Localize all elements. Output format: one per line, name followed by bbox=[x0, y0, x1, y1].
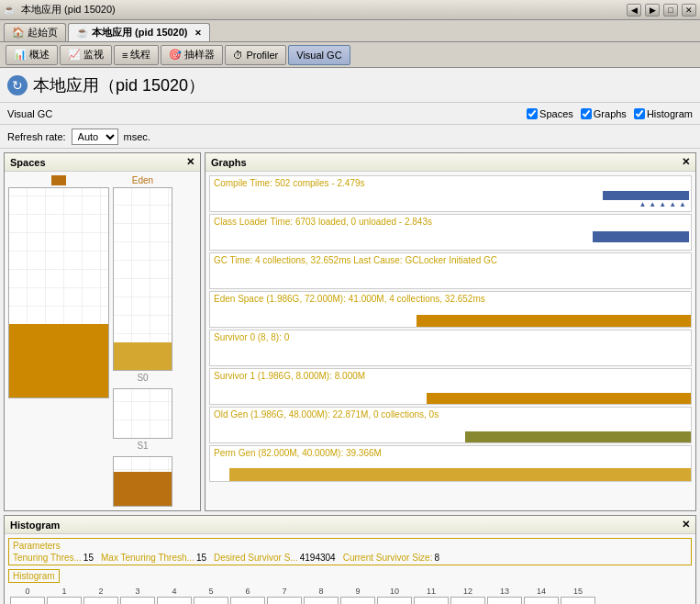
hist-col-9: 9 bbox=[340, 587, 375, 604]
main-content: Spaces ✕ Old Eden bbox=[0, 149, 700, 604]
minimize-button[interactable]: ◀ bbox=[627, 4, 641, 17]
hist-label-0: 0 bbox=[25, 587, 29, 596]
hist-box-2 bbox=[83, 597, 118, 604]
gctime-bar-area bbox=[210, 268, 691, 288]
graphs-panel-header: Graphs ✕ bbox=[206, 153, 695, 172]
spaces-checkbox[interactable] bbox=[527, 108, 538, 119]
param-desired-survivor: Desired Survivor S... 4194304 bbox=[214, 553, 336, 563]
eden-space-box bbox=[113, 187, 172, 371]
top-panels: Spaces ✕ Old Eden bbox=[4, 152, 696, 511]
params-title: Parameters bbox=[13, 541, 687, 551]
oldgen-bar bbox=[465, 431, 691, 442]
toolbar-sampler[interactable]: 🎯 抽样器 bbox=[161, 45, 223, 65]
s0-space-column: S0 bbox=[113, 373, 172, 439]
oldgen-label: Old Gen (1.986G, 48.000M): 22.871M, 0 co… bbox=[214, 409, 439, 419]
spaces-title: Spaces bbox=[10, 157, 46, 168]
classloader-bar bbox=[593, 231, 689, 242]
old-fill bbox=[9, 324, 108, 397]
hist-col-3: 3 bbox=[120, 587, 155, 604]
param-max-tenuring: Max Tenuring Thresh... 15 bbox=[101, 553, 206, 563]
hist-col-15: 15 bbox=[561, 587, 595, 604]
histogram-bars: 0123456789101112131415 bbox=[8, 585, 692, 604]
hist-col-11: 11 bbox=[414, 587, 449, 604]
hist-box-6 bbox=[230, 597, 265, 604]
s1-fill bbox=[114, 472, 172, 506]
threads-icon: ≡ bbox=[122, 50, 128, 61]
param-tenuring: Tenuring Thres... 15 bbox=[13, 553, 94, 563]
eden-fill bbox=[114, 342, 172, 370]
old-column: Old bbox=[8, 175, 109, 507]
toolbar-profiler[interactable]: ⏱ Profiler bbox=[225, 45, 286, 65]
graphs-checkbox-label[interactable]: Graphs bbox=[581, 108, 627, 119]
tab-app[interactable]: ☕ 本地应用 (pid 15020) ✕ bbox=[68, 23, 210, 41]
hist-box-11 bbox=[414, 597, 449, 604]
histogram-title-label: Histogram bbox=[10, 520, 60, 531]
permgen-bar bbox=[229, 468, 691, 481]
graph-row-permgen: Perm Gen (82.000M, 40.000M): 39.366M bbox=[209, 445, 692, 482]
gctime-label: GC Time: 4 collections, 32.652ms Last Ca… bbox=[214, 255, 497, 265]
s1-label: S1 bbox=[137, 441, 148, 451]
toolbar-visual-gc[interactable]: Visual GC bbox=[288, 45, 350, 65]
edenspace-bar-area bbox=[210, 307, 691, 327]
s0-grid bbox=[114, 389, 172, 438]
hist-label-13: 13 bbox=[500, 587, 509, 596]
hist-label-6: 6 bbox=[245, 587, 250, 596]
classloader-bar-area bbox=[210, 229, 691, 250]
toolbar: 📊 概述 📈 监视 ≡ 线程 🎯 抽样器 ⏱ Profiler Visual G… bbox=[0, 42, 700, 68]
maximize-button[interactable]: ▶ bbox=[645, 4, 660, 17]
refresh-select[interactable]: Auto 1000 2000 5000 bbox=[72, 129, 118, 145]
profiler-icon: ⏱ bbox=[233, 50, 243, 61]
tab-close-icon[interactable]: ✕ bbox=[194, 28, 202, 38]
histogram-close-button[interactable]: ✕ bbox=[682, 519, 690, 531]
hist-label-5: 5 bbox=[208, 587, 213, 596]
graphs-close-button[interactable]: ✕ bbox=[682, 156, 690, 168]
hist-label-9: 9 bbox=[355, 587, 360, 596]
edenspace-label: Eden Space (1.986G, 72.000M): 41.000M, 4… bbox=[214, 294, 485, 304]
spaces-checkbox-label[interactable]: Spaces bbox=[527, 108, 573, 119]
hist-col-0: 0 bbox=[10, 587, 45, 604]
restore-button[interactable]: □ bbox=[663, 4, 678, 17]
hist-label-3: 3 bbox=[135, 587, 139, 596]
hist-col-1: 1 bbox=[47, 587, 82, 604]
toolbar-monitor[interactable]: 📈 监视 bbox=[60, 45, 112, 65]
spaces-content: Old Eden S0 bbox=[5, 172, 200, 510]
spaces-close-button[interactable]: ✕ bbox=[186, 156, 194, 168]
hist-col-2: 2 bbox=[83, 587, 118, 604]
tenuring-label: Tenuring Thres... bbox=[13, 553, 82, 563]
s0-label: S0 bbox=[137, 373, 148, 383]
survivor1-label: Survivor 1 (1.986G, 8.000M): 8.000M bbox=[214, 371, 365, 381]
params-row: Tenuring Thres... 15 Max Tenuring Thresh… bbox=[13, 553, 687, 563]
app-title: 本地应用（pid 15020） bbox=[33, 74, 205, 96]
toolbar-overview[interactable]: 📊 概述 bbox=[6, 45, 58, 65]
hist-box-7 bbox=[267, 597, 302, 604]
histogram-chart-title: Histogram bbox=[8, 569, 60, 583]
hist-col-8: 8 bbox=[304, 587, 339, 604]
permgen-bar-area bbox=[210, 461, 691, 481]
graphs-checkbox[interactable] bbox=[581, 108, 592, 119]
survivor0-label: Survivor 0 (8, 8): 0 bbox=[214, 332, 289, 342]
graph-row-survivor1: Survivor 1 (1.986G, 8.000M): 8.000M bbox=[209, 368, 692, 405]
hist-label-12: 12 bbox=[463, 587, 472, 596]
hist-box-5 bbox=[194, 597, 228, 604]
tenuring-value: 15 bbox=[83, 553, 94, 563]
eden-column: Eden S0 S1 bbox=[113, 175, 172, 507]
max-tenuring-label: Max Tenuring Thresh... bbox=[101, 553, 194, 563]
max-tenuring-value: 15 bbox=[196, 553, 206, 563]
tab-home[interactable]: 🏠 起始页 bbox=[4, 23, 66, 41]
hist-col-13: 13 bbox=[487, 587, 522, 604]
hist-label-8: 8 bbox=[318, 587, 323, 596]
hist-col-14: 14 bbox=[524, 587, 559, 604]
hist-box-0 bbox=[10, 597, 45, 604]
options-bar: Visual GC Spaces Graphs Histogram bbox=[0, 103, 700, 125]
graph-row-edenspace: Eden Space (1.986G, 72.000M): 41.000M, 4… bbox=[209, 291, 692, 328]
title-bar-text: ☕ 本地应用 (pid 15020) bbox=[4, 3, 623, 17]
hist-col-12: 12 bbox=[450, 587, 485, 604]
hist-box-9 bbox=[340, 597, 375, 604]
histogram-checkbox-label[interactable]: Histogram bbox=[634, 108, 693, 119]
histogram-checkbox[interactable] bbox=[634, 108, 645, 119]
hist-label-11: 11 bbox=[427, 587, 436, 596]
hist-col-6: 6 bbox=[230, 587, 265, 604]
graphs-title: Graphs bbox=[211, 157, 247, 168]
toolbar-threads[interactable]: ≡ 线程 bbox=[114, 45, 159, 65]
close-button[interactable]: ✕ bbox=[682, 4, 696, 17]
